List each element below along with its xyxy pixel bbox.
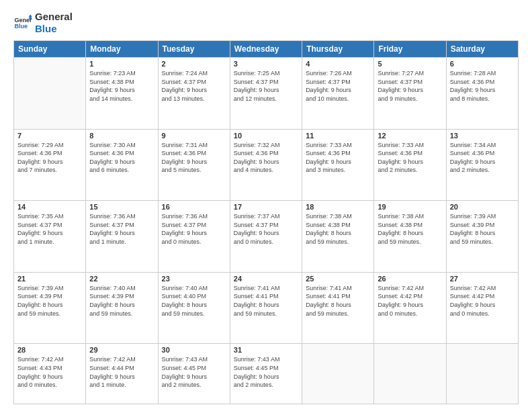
logo-line1: General (35, 11, 73, 23)
calendar-cell: 11Sunrise: 7:33 AMSunset: 4:36 PMDayligh… (302, 129, 374, 201)
day-info-line: Daylight: 8 hours (306, 301, 370, 310)
day-info-line: Sunrise: 7:41 AM (306, 284, 370, 293)
day-info-line: Sunset: 4:37 PM (162, 221, 226, 230)
calendar-cell: 27Sunrise: 7:42 AMSunset: 4:42 PMDayligh… (446, 272, 518, 344)
day-number: 7 (17, 132, 82, 140)
calendar-cell: 14Sunrise: 7:35 AMSunset: 4:37 PMDayligh… (14, 201, 86, 273)
day-number: 9 (162, 132, 226, 140)
calendar-cell (302, 344, 374, 404)
weekday-header: Wednesday (230, 41, 302, 58)
day-info-line: Sunset: 4:45 PM (234, 364, 298, 373)
day-info-line: Sunrise: 7:37 AM (234, 212, 298, 221)
day-info-line: Sunrise: 7:40 AM (162, 284, 226, 293)
day-info-line: Daylight: 9 hours (450, 158, 515, 167)
calendar-cell: 3Sunrise: 7:25 AMSunset: 4:37 PMDaylight… (230, 58, 302, 130)
calendar-cell (374, 344, 446, 404)
day-number: 2 (162, 60, 226, 68)
day-info-line: Daylight: 9 hours (17, 229, 82, 238)
day-info-line: Daylight: 9 hours (89, 158, 154, 167)
day-number: 31 (234, 346, 298, 354)
day-info-line: and 1 minute. (17, 238, 82, 246)
day-info-line: Sunrise: 7:33 AM (306, 141, 370, 150)
day-number: 21 (17, 275, 82, 283)
day-info-line: Sunset: 4:37 PM (306, 78, 370, 87)
day-number: 8 (89, 132, 154, 140)
weekday-header: Friday (374, 41, 446, 58)
calendar-cell: 13Sunrise: 7:34 AMSunset: 4:36 PMDayligh… (446, 129, 518, 201)
day-number: 30 (162, 346, 226, 354)
day-number: 16 (162, 203, 226, 211)
day-info-line: Daylight: 9 hours (89, 373, 154, 381)
day-info-line: Daylight: 9 hours (306, 158, 370, 167)
day-info-line: Daylight: 8 hours (450, 229, 515, 238)
day-info-line: Sunrise: 7:38 AM (378, 212, 442, 221)
day-info-line: and 0 minutes. (17, 381, 82, 390)
day-info-line: Sunrise: 7:30 AM (89, 141, 154, 150)
calendar-cell: 12Sunrise: 7:33 AMSunset: 4:36 PMDayligh… (374, 129, 446, 201)
calendar-cell: 21Sunrise: 7:39 AMSunset: 4:39 PMDayligh… (14, 272, 86, 344)
day-info-line: and 2 minutes. (234, 381, 298, 390)
day-info-line: Daylight: 9 hours (17, 373, 82, 381)
day-info-line: Sunset: 4:45 PM (162, 364, 226, 373)
day-info-line: Daylight: 9 hours (234, 373, 298, 381)
day-number: 27 (450, 275, 515, 283)
day-info-line: Sunset: 4:37 PM (17, 221, 82, 230)
day-info-line: Daylight: 9 hours (378, 158, 442, 167)
calendar-cell: 7Sunrise: 7:29 AMSunset: 4:36 PMDaylight… (14, 129, 86, 201)
day-info-line: Sunset: 4:36 PM (89, 149, 154, 158)
day-info-line: and 1 minute. (89, 381, 154, 390)
day-info-line: Sunrise: 7:43 AM (162, 355, 226, 364)
day-info-line: Daylight: 9 hours (450, 86, 515, 95)
day-info-line: Daylight: 9 hours (378, 301, 442, 310)
logo: General Blue General Blue (13, 11, 73, 35)
day-number: 26 (378, 275, 442, 283)
day-info-line: and 5 minutes. (162, 166, 226, 175)
day-info-line: Daylight: 8 hours (89, 301, 154, 310)
day-number: 23 (162, 275, 226, 283)
week-row: 28Sunrise: 7:42 AMSunset: 4:43 PMDayligh… (14, 344, 519, 404)
day-info-line: Sunset: 4:36 PM (306, 149, 370, 158)
day-info-line: Sunset: 4:37 PM (234, 221, 298, 230)
day-info-line: Daylight: 8 hours (378, 229, 442, 238)
day-info-line: Daylight: 9 hours (378, 86, 442, 95)
day-number: 11 (306, 132, 370, 140)
day-info-line: Daylight: 9 hours (162, 373, 226, 381)
calendar-cell: 16Sunrise: 7:36 AMSunset: 4:37 PMDayligh… (158, 201, 230, 273)
day-info-line: and 9 minutes. (378, 95, 442, 103)
day-info-line: and 2 minutes. (378, 166, 442, 175)
calendar-cell: 24Sunrise: 7:41 AMSunset: 4:41 PMDayligh… (230, 272, 302, 344)
day-info-line: and 4 minutes. (234, 166, 298, 175)
day-info-line: Sunrise: 7:41 AM (234, 284, 298, 293)
day-info-line: Daylight: 8 hours (17, 301, 82, 310)
day-info-line: and 6 minutes. (89, 166, 154, 175)
calendar-page: General Blue General Blue SundayMondayTu… (0, 0, 532, 411)
day-info-line: Sunrise: 7:23 AM (89, 69, 154, 78)
calendar-cell: 28Sunrise: 7:42 AMSunset: 4:43 PMDayligh… (14, 344, 86, 404)
day-info-line: Daylight: 8 hours (306, 229, 370, 238)
day-info-line: Daylight: 9 hours (162, 158, 226, 167)
day-info-line: Sunset: 4:43 PM (17, 364, 82, 373)
day-info-line: and 59 minutes. (17, 310, 82, 318)
day-info-line: and 1 minute. (89, 238, 154, 246)
day-info-line: Daylight: 9 hours (89, 229, 154, 238)
day-info-line: Sunset: 4:41 PM (234, 292, 298, 301)
day-info-line: and 3 minutes. (306, 166, 370, 175)
day-info-line: Sunrise: 7:32 AM (234, 141, 298, 150)
day-info-line: and 59 minutes. (89, 310, 154, 318)
day-info-line: Sunrise: 7:27 AM (378, 69, 442, 78)
day-info-line: Sunrise: 7:39 AM (17, 284, 82, 293)
svg-text:Blue: Blue (14, 23, 28, 30)
day-number: 20 (450, 203, 515, 211)
day-info-line: Sunset: 4:41 PM (306, 292, 370, 301)
day-info-line: Daylight: 9 hours (450, 301, 515, 310)
day-number: 12 (378, 132, 442, 140)
calendar-cell: 25Sunrise: 7:41 AMSunset: 4:41 PMDayligh… (302, 272, 374, 344)
day-info-line: Sunrise: 7:38 AM (306, 212, 370, 221)
calendar-cell: 4Sunrise: 7:26 AMSunset: 4:37 PMDaylight… (302, 58, 374, 130)
day-number: 6 (450, 60, 515, 68)
day-info-line: Sunset: 4:44 PM (89, 364, 154, 373)
day-info-line: and 59 minutes. (306, 238, 370, 246)
day-info-line: Sunrise: 7:28 AM (450, 69, 515, 78)
calendar-cell: 22Sunrise: 7:40 AMSunset: 4:39 PMDayligh… (86, 272, 158, 344)
day-info-line: and 0 minutes. (162, 238, 226, 246)
